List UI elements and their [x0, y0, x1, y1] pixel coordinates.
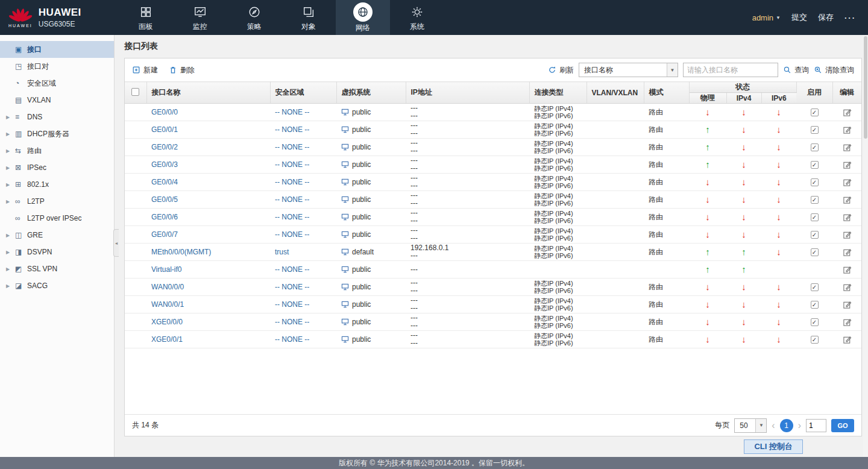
sidebar-item-dsvpn[interactable]: ▶◨DSVPN — [0, 244, 114, 260]
enable-checkbox[interactable]: ✓ — [811, 318, 819, 326]
save-button[interactable]: 保存 — [818, 12, 834, 23]
nav-tab-object[interactable]: 对象 — [281, 0, 336, 35]
expand-arrow-icon[interactable]: ▶ — [6, 182, 15, 187]
scrollbar-thumb[interactable] — [864, 36, 867, 139]
sidebar-item-route[interactable]: ▶⇆路由 — [0, 142, 114, 159]
edit-icon[interactable] — [843, 195, 852, 204]
security-zone-link[interactable]: -- NONE -- — [275, 300, 309, 309]
refresh-button[interactable]: 刷新 — [548, 65, 574, 75]
security-zone-link[interactable]: -- NONE -- — [275, 160, 309, 169]
expand-arrow-icon[interactable]: ▶ — [6, 283, 15, 289]
nav-tab-network[interactable]: 网络 — [336, 0, 390, 35]
sidebar-collapse-handle[interactable]: ◄ — [113, 229, 119, 257]
enable-checkbox[interactable]: ✓ — [811, 213, 819, 221]
sidebar-item-sacg[interactable]: ▶◪SACG — [0, 277, 114, 294]
prev-page-button[interactable]: ‹ — [772, 421, 775, 430]
edit-icon[interactable] — [843, 108, 852, 117]
security-zone-link[interactable]: -- NONE -- — [275, 335, 309, 344]
edit-icon[interactable] — [843, 265, 852, 274]
filter-type-select[interactable]: 接口名称 ▼ — [579, 63, 678, 77]
enable-checkbox[interactable]: ✓ — [811, 143, 819, 151]
cli-console-button[interactable]: CLI 控制台 — [744, 439, 803, 454]
search-input[interactable] — [683, 63, 778, 77]
nav-tab-policy[interactable]: 策略 — [227, 0, 281, 35]
sidebar-item-dot1x[interactable]: ▶⊞802.1x — [0, 176, 114, 193]
interface-name-link[interactable]: GE0/0/0 — [151, 108, 178, 116]
security-zone-link[interactable]: -- NONE -- — [275, 265, 309, 274]
security-zone-link[interactable]: -- NONE -- — [275, 178, 309, 186]
interface-name-link[interactable]: GE0/0/5 — [151, 195, 178, 204]
per-page-select[interactable]: 50 ▼ — [734, 418, 767, 433]
edit-icon[interactable] — [843, 318, 852, 327]
enable-checkbox[interactable]: ✓ — [811, 109, 819, 116]
delete-button[interactable]: 删除 — [169, 65, 195, 75]
edit-icon[interactable] — [843, 213, 852, 222]
current-page-badge[interactable]: 1 — [780, 419, 793, 432]
interface-name-link[interactable]: XGE0/0/0 — [151, 318, 183, 326]
interface-name-link[interactable]: GE0/0/3 — [151, 160, 178, 169]
edit-icon[interactable] — [843, 143, 852, 152]
expand-arrow-icon[interactable]: ▶ — [6, 233, 15, 238]
enable-checkbox[interactable]: ✓ — [811, 196, 819, 204]
sidebar-item-gre[interactable]: ▶◫GRE — [0, 227, 114, 244]
sidebar-item-l2tp-over-ipsec[interactable]: ∞L2TP over IPSec — [0, 210, 114, 227]
enable-checkbox[interactable]: ✓ — [811, 231, 819, 239]
user-menu[interactable]: admin ▼ — [752, 13, 781, 22]
security-zone-link[interactable]: -- NONE -- — [275, 230, 309, 239]
page-scrollbar[interactable] — [863, 35, 868, 457]
edit-icon[interactable] — [843, 248, 852, 257]
clear-query-button[interactable]: 清除查询 — [814, 65, 854, 75]
edit-icon[interactable] — [843, 178, 852, 187]
edit-icon[interactable] — [843, 160, 852, 169]
enable-checkbox[interactable]: ✓ — [811, 336, 819, 344]
expand-arrow-icon[interactable]: ▶ — [6, 199, 15, 204]
interface-name-link[interactable]: Virtual-if0 — [151, 265, 181, 274]
expand-arrow-icon[interactable]: ▶ — [6, 148, 15, 154]
expand-arrow-icon[interactable]: ▶ — [6, 266, 15, 272]
security-zone-link[interactable]: trust — [275, 248, 289, 256]
interface-name-link[interactable]: GE0/0/1 — [151, 125, 178, 134]
interface-name-link[interactable]: GE0/0/4 — [151, 178, 178, 186]
sidebar-item-ipsec[interactable]: ▶⊠IPSec — [0, 159, 114, 176]
nav-tab-system[interactable]: 系统 — [390, 0, 444, 35]
interface-name-link[interactable]: GE0/0/2 — [151, 143, 178, 151]
page-jump-input[interactable] — [806, 419, 826, 432]
enable-checkbox[interactable]: ✓ — [811, 248, 819, 256]
security-zone-link[interactable]: -- NONE -- — [275, 283, 309, 291]
select-all-checkbox[interactable] — [131, 88, 139, 96]
sidebar-item-ssl-vpn[interactable]: ▶◩SSL VPN — [0, 260, 114, 277]
edit-icon[interactable] — [843, 335, 852, 344]
expand-arrow-icon[interactable]: ▶ — [6, 165, 15, 171]
edit-icon[interactable] — [843, 125, 852, 134]
nav-tab-monitor[interactable]: 监控 — [173, 0, 227, 35]
sidebar-item-interface[interactable]: ▣接口 — [0, 41, 114, 58]
interface-name-link[interactable]: GE0/0/7 — [151, 230, 178, 239]
enable-checkbox[interactable]: ✓ — [811, 283, 819, 291]
expand-arrow-icon[interactable]: ▶ — [6, 131, 15, 137]
security-zone-link[interactable]: -- NONE -- — [275, 213, 309, 221]
enable-checkbox[interactable]: ✓ — [811, 301, 819, 309]
interface-name-link[interactable]: MEth0/0/0(MGMT) — [151, 248, 211, 256]
expand-arrow-icon[interactable]: ▶ — [6, 250, 15, 255]
interface-name-link[interactable]: GE0/0/6 — [151, 213, 178, 221]
nav-tab-dashboard[interactable]: 面板 — [119, 0, 173, 35]
security-zone-link[interactable]: -- NONE -- — [275, 108, 309, 116]
security-zone-link[interactable]: -- NONE -- — [275, 125, 309, 134]
submit-button[interactable]: 提交 — [791, 12, 807, 23]
more-menu-button[interactable]: ··· — [844, 13, 856, 22]
interface-name-link[interactable]: WAN0/0/0 — [151, 283, 184, 291]
go-button[interactable]: GO — [831, 419, 854, 432]
expand-arrow-icon[interactable]: ▶ — [6, 115, 15, 120]
sidebar-item-l2tp[interactable]: ▶∞L2TP — [0, 193, 114, 210]
next-page-button[interactable]: › — [798, 421, 801, 430]
sidebar-item-dhcp-server[interactable]: ▶▥DHCP服务器 — [0, 125, 114, 142]
security-zone-link[interactable]: -- NONE -- — [275, 143, 309, 151]
sidebar-item-interface-pair[interactable]: ◳接口对 — [0, 58, 114, 75]
interface-name-link[interactable]: WAN0/0/1 — [151, 300, 184, 309]
query-button[interactable]: 查询 — [783, 65, 809, 75]
security-zone-link[interactable]: -- NONE -- — [275, 195, 309, 204]
edit-icon[interactable] — [843, 283, 852, 292]
security-zone-link[interactable]: -- NONE -- — [275, 318, 309, 326]
enable-checkbox[interactable]: ✓ — [811, 161, 819, 169]
enable-checkbox[interactable]: ✓ — [811, 126, 819, 134]
